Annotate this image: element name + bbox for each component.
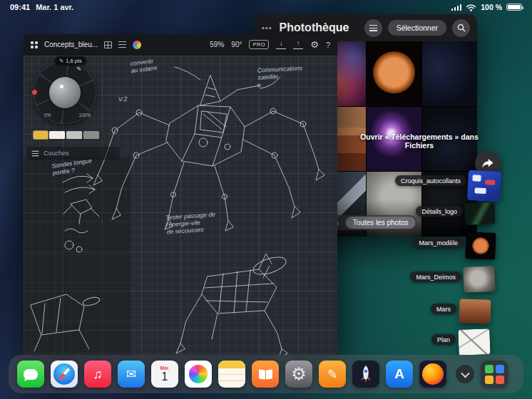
photo-thumbnail[interactable] <box>422 41 477 106</box>
color-wheel-icon[interactable] <box>133 41 141 49</box>
layers-title: Couches <box>44 150 69 157</box>
swatch-selected-yellow[interactable] <box>34 131 48 139</box>
document-title[interactable]: Concepts_bleu... <box>44 41 98 48</box>
drag-item-thumbnail-plan[interactable] <box>458 328 490 356</box>
rotation-value[interactable]: 90° <box>231 41 242 48</box>
gear-icon: ⚙ <box>291 364 307 384</box>
window-menu-dots[interactable]: ••• <box>262 24 272 32</box>
open-book-icon <box>258 370 272 379</box>
layers-icon <box>32 150 39 156</box>
concepts-window: Concepts_bleu... 59% 90° PRO ↓ ↑ ⚙ ? <box>24 34 337 358</box>
pen-tool-icon[interactable]: ✎ <box>76 66 82 73</box>
drag-item-label[interactable]: Détails_logo <box>416 206 463 217</box>
layers-panel <box>24 157 131 358</box>
drag-item-thumbnail-mars-model[interactable] <box>465 232 496 259</box>
app-store-a-icon: A <box>394 366 404 382</box>
swatch-light-gray[interactable] <box>66 131 82 139</box>
status-right: 100 % <box>451 3 522 11</box>
select-button[interactable]: Sélectionner <box>388 20 446 36</box>
swatch-gray[interactable] <box>83 131 99 139</box>
tool-list-icon[interactable] <box>118 41 126 48</box>
dock-icon-photos[interactable] <box>185 361 212 388</box>
drag-item-thumbnail-deimos[interactable] <box>463 266 495 293</box>
dock-icon-rocket-app[interactable] <box>352 361 379 388</box>
settings-gear-icon[interactable]: ⚙ <box>310 39 319 50</box>
pencil-icon: ✎ <box>59 58 63 64</box>
concepts-toolbar: Concepts_bleu... 59% 90° PRO ↓ ↑ ⚙ ? <box>24 34 337 56</box>
drag-item-label[interactable]: Croquis_autocollants <box>395 175 466 186</box>
dock-icon-app-store[interactable]: A <box>386 361 413 388</box>
dock-icon-notes[interactable] <box>218 361 245 388</box>
dock-icon-messages[interactable] <box>17 361 44 388</box>
list-icon <box>369 25 377 31</box>
dock-icon-pencil-app[interactable]: ✎ <box>319 361 346 388</box>
canvas-note-version: V:2 <box>118 95 128 103</box>
dock-icon-mail[interactable]: ✉ <box>118 361 145 388</box>
dock-icon-calendar[interactable]: Mar. 1 <box>151 361 178 388</box>
grid-settings-icon[interactable] <box>104 41 112 48</box>
drag-drop-hint: Ouvrir « Téléchargements » dans Fichiers <box>355 133 484 150</box>
tool-wheel[interactable]: ✎ 0% 100% ✎ 1,6 pts <box>34 61 96 124</box>
layers-header[interactable]: Couches <box>27 147 120 160</box>
battery-percent: 100 % <box>481 3 502 11</box>
rocket-icon <box>358 365 374 383</box>
clock: 09:41 <box>10 3 30 11</box>
dock-icon-books[interactable] <box>252 361 279 388</box>
tool-wheel-center[interactable] <box>49 77 81 108</box>
drag-item-label[interactable]: Plan <box>431 334 456 345</box>
drag-item-label[interactable]: Mars <box>431 304 456 314</box>
toolbar-right: 59% 90° PRO ↓ ↑ ⚙ ? <box>210 39 330 50</box>
drag-item-thumbnail-logo[interactable] <box>464 202 495 224</box>
tool-wheel-ring[interactable]: ✎ 0% 100% <box>34 61 96 124</box>
stroke-size-value: 1,6 pts <box>66 58 82 64</box>
tab-all-photos[interactable]: Toutes les photos <box>346 217 416 229</box>
dock-icon-app-library[interactable] <box>481 361 508 388</box>
notes-header-strip <box>218 361 245 368</box>
help-button[interactable]: ? <box>326 41 330 49</box>
view-options-button[interactable] <box>364 19 382 37</box>
ipad-screen: 09:41 Mar. 1 avr. 100 % ••• Photothèque … <box>0 0 532 399</box>
dock: ♫ ✉ Mar. 1 ⚙ ✎ A <box>9 355 523 393</box>
stroke-size-badge[interactable]: ✎ 1,6 pts <box>55 56 86 65</box>
app-library-grid-icon <box>485 365 504 384</box>
dock-icon-music[interactable]: ♫ <box>84 361 111 388</box>
drag-item-thumbnail-stickers[interactable] <box>467 170 501 202</box>
search-icon <box>457 24 466 32</box>
search-button[interactable] <box>452 19 470 37</box>
status-left: 09:41 Mar. 1 avr. <box>10 3 73 11</box>
calendar-day: 1 <box>162 371 168 383</box>
dock-icon-settings[interactable]: ⚙ <box>285 361 312 388</box>
battery-icon <box>506 4 522 11</box>
speech-bubble-icon <box>24 369 38 380</box>
status-bar: 09:41 Mar. 1 avr. 100 % <box>0 0 532 14</box>
import-icon[interactable]: ↓ <box>276 40 286 49</box>
canvas-note-solar: convertir au solaire <box>130 57 158 75</box>
photos-title: Photothèque <box>280 21 349 34</box>
wifi-icon <box>466 4 476 11</box>
cellular-signal-icon <box>451 4 462 11</box>
export-icon[interactable]: ↑ <box>293 40 303 49</box>
gallery-icon[interactable] <box>31 41 38 48</box>
drag-item-label[interactable]: Mars_modèle <box>413 237 464 248</box>
swatch-dark[interactable] <box>101 131 108 139</box>
opacity-min-label: 0% <box>44 113 51 118</box>
dock-icon-safari[interactable] <box>51 361 78 388</box>
canvas-note-comms: Communications satellite <box>257 64 303 81</box>
tool-wheel-indicator <box>32 90 37 95</box>
photo-thumbnail[interactable] <box>367 41 421 106</box>
color-swatches <box>34 131 108 139</box>
swatch-white[interactable] <box>49 131 65 139</box>
dock-collapse-button[interactable] <box>456 365 474 383</box>
canvas-note-energy: Tester passage de l'énergie-vite de seco… <box>165 211 217 236</box>
chevron-down-icon <box>461 368 470 378</box>
drag-item-label[interactable]: Mars_Deimos <box>410 271 461 282</box>
zoom-level[interactable]: 59% <box>210 41 224 48</box>
status-date: Mar. 1 avr. <box>36 3 73 11</box>
flower-icon <box>189 365 208 383</box>
drag-item-thumbnail-mars[interactable] <box>459 299 491 324</box>
dock-icon-browser[interactable] <box>419 361 446 388</box>
compass-icon <box>53 363 75 385</box>
pro-badge[interactable]: PRO <box>249 40 269 49</box>
pencil-icon: ✎ <box>327 367 337 382</box>
forward-arrow-icon <box>481 158 494 170</box>
